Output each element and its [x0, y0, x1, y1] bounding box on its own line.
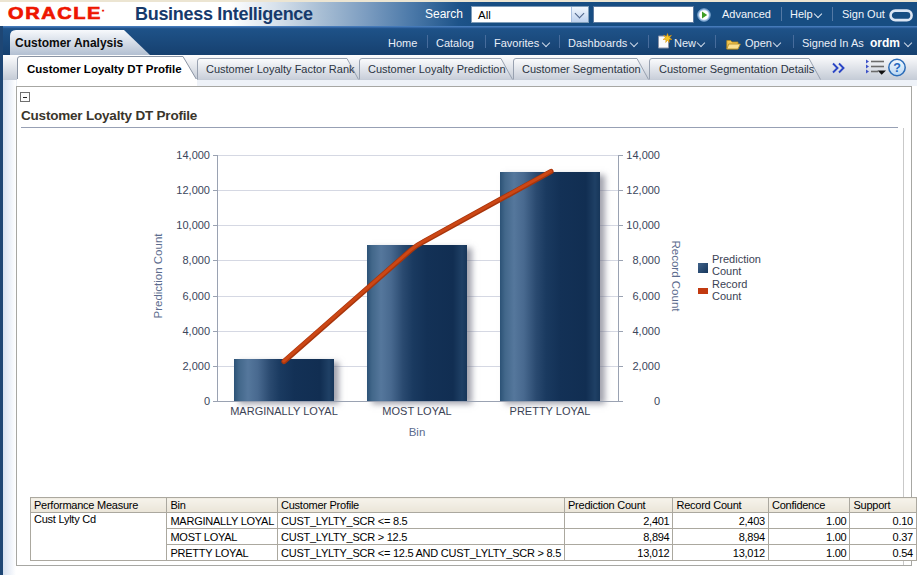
svg-text:?: ? — [893, 61, 901, 75]
svg-text:Customer Loyalty Prediction: Customer Loyalty Prediction — [368, 63, 506, 75]
svg-text:Customer Loyalty DT Profile: Customer Loyalty DT Profile — [27, 63, 182, 75]
svg-text:Customer Loyalty Factor Rank: Customer Loyalty Factor Rank — [206, 63, 355, 75]
svg-text:Customer Segmentation: Customer Segmentation — [522, 63, 641, 75]
svg-text:Customer Segmentation Details: Customer Segmentation Details — [659, 63, 815, 75]
